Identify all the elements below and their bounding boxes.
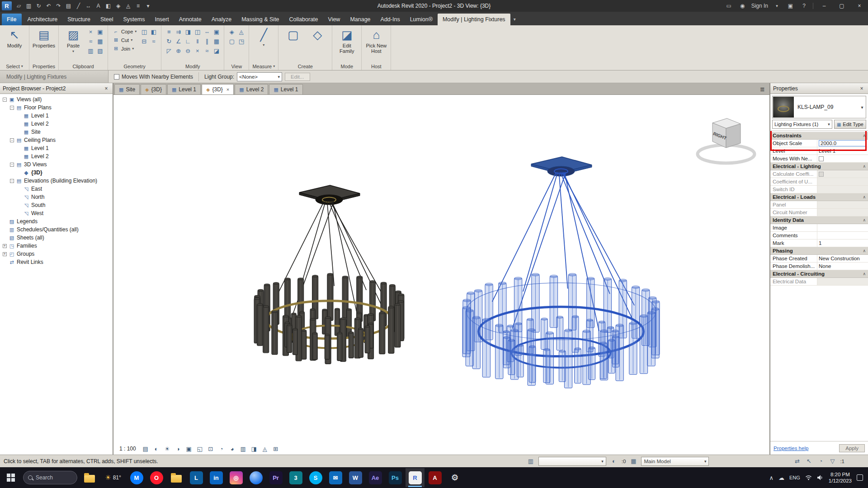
tree-item-ceiling-plans[interactable]: -▤Ceiling Plans	[0, 136, 113, 144]
instagram-taskbar-icon[interactable]: ◎	[226, 468, 245, 487]
copy-icon[interactable]: ▣	[212, 28, 221, 36]
paste-special-icon[interactable]: ▧	[96, 47, 104, 55]
pick-new-host-button[interactable]: ⌂Pick New Host	[365, 28, 387, 54]
tree-expander-icon[interactable]: +	[3, 244, 7, 248]
tab-architecture[interactable]: Architecture	[23, 14, 63, 25]
cope-button[interactable]: ⌐Cope▾	[111, 28, 138, 35]
displace-elements-icon[interactable]: ◳	[237, 37, 245, 46]
copy-icon[interactable]: ▣	[96, 28, 104, 36]
modify-button[interactable]: ↖Modify	[3, 28, 26, 48]
view-tab-level-1[interactable]: ▦Level 1	[269, 84, 302, 94]
collapse-chevron-icon[interactable]: ∧	[863, 133, 866, 138]
property-section-constraints[interactable]: Constraints∧	[770, 132, 868, 140]
default-3d-view-icon[interactable]: ◈	[227, 28, 236, 36]
revit-taskbar-icon[interactable]: R	[406, 468, 425, 487]
view-tab-level-2[interactable]: ▦Level 2	[235, 84, 268, 94]
match-type-icon[interactable]: ≈	[86, 37, 95, 46]
opera-taskbar-icon[interactable]: O	[147, 468, 166, 487]
show-constraints-icon[interactable]: ⊞	[272, 446, 279, 452]
object-scale-input[interactable]: 2000.0	[819, 140, 867, 146]
visual-style-icon[interactable]: ◐	[153, 446, 160, 452]
property-value-moves-with-ne[interactable]	[817, 155, 868, 162]
apply-button[interactable]: Apply	[839, 444, 865, 452]
folder-documents-taskbar-icon[interactable]	[167, 468, 186, 487]
notification-center-icon[interactable]	[857, 474, 863, 481]
offset-icon[interactable]: ⇉	[174, 28, 183, 36]
tree-item-families[interactable]: +◳Families	[0, 242, 113, 250]
user-icon[interactable]: ◉	[738, 1, 747, 10]
restore-button[interactable]: ▢	[835, 1, 849, 11]
language-indicator[interactable]: ENG	[789, 475, 800, 480]
view-scale-button[interactable]: 1 : 100	[117, 445, 138, 452]
text-icon[interactable]: A	[94, 1, 103, 10]
tree-expander-icon[interactable]: -	[3, 98, 7, 102]
tab-insert[interactable]: Insert	[150, 14, 174, 25]
shadows-icon[interactable]: ◑	[175, 446, 182, 452]
tab-file[interactable]: File	[2, 14, 22, 25]
chandelier-dark[interactable]	[254, 185, 404, 364]
help-icon[interactable]: ?	[799, 1, 809, 10]
property-value-object-scale[interactable]: 2000.0	[817, 140, 868, 147]
match-properties-icon[interactable]: ▦	[96, 37, 104, 46]
selection-box-icon[interactable]: ▢	[227, 37, 236, 46]
section-icon[interactable]: ◬	[237, 28, 245, 36]
insulation-icon[interactable]: ≈	[149, 37, 158, 46]
checkbox[interactable]	[114, 74, 119, 80]
tree-item-west[interactable]: ◹West	[0, 209, 113, 217]
close-icon[interactable]: ×	[226, 87, 229, 92]
show-crop-icon[interactable]: ◱	[196, 446, 203, 452]
move-icon[interactable]: ⇔	[203, 28, 211, 36]
properties-titlebar[interactable]: Properties ×	[770, 83, 868, 94]
mail-taskbar-icon[interactable]: ✉	[326, 468, 345, 487]
design-option-select[interactable]: Main Model▾	[641, 457, 709, 466]
property-value-mark[interactable]: 1	[817, 239, 868, 247]
messenger-taskbar-icon[interactable]: M	[127, 468, 146, 487]
tree-item-elevations-building-elevation[interactable]: -▤Elevations (Building Elevation)	[0, 177, 113, 185]
background-processes-icon[interactable]: ◔	[816, 458, 825, 465]
chrome-taskbar-icon[interactable]	[246, 468, 265, 487]
sign-in-button[interactable]: Sign In	[751, 3, 768, 9]
properties-help-link[interactable]: Properties help	[774, 446, 808, 451]
paste-aligned-icon[interactable]: ▥	[86, 47, 95, 55]
trim-extend-corner-icon[interactable]: ∠	[174, 37, 183, 46]
tree-item-south[interactable]: ◹South	[0, 201, 113, 209]
weather-taskbar-icon[interactable]: ☀81°	[100, 468, 126, 487]
cut-icon[interactable]: ×	[86, 28, 95, 36]
tree-item-site[interactable]: ▦Site	[0, 128, 113, 136]
property-section-electrical-lighting[interactable]: Electrical - Lighting∧	[770, 163, 868, 170]
chevron-down-icon[interactable]: ▾	[772, 1, 782, 10]
tab-manage[interactable]: Manage	[345, 14, 375, 25]
3ds-max-taskbar-icon[interactable]: 3	[286, 468, 305, 487]
redo-icon[interactable]: ↷	[54, 1, 63, 10]
thin-lines-icon[interactable]: ≡	[133, 1, 143, 10]
join-button[interactable]: ⊞Join▾	[111, 45, 138, 52]
tree-expander-icon[interactable]: +	[3, 252, 7, 256]
project-browser-titlebar[interactable]: Project Browser - Project2 ×	[0, 83, 113, 94]
revit-app-icon[interactable]: R	[2, 1, 12, 10]
default-3d-view-icon[interactable]: ◈	[113, 1, 123, 10]
property-section-phasing[interactable]: Phasing∧	[770, 247, 868, 255]
moves-with-nearby-checkbox[interactable]: Moves With Nearby Elements	[114, 74, 193, 80]
tree-item-views-all[interactable]: -▣Views (all)	[0, 95, 113, 103]
chevron-down-icon[interactable]: ▾	[859, 105, 866, 110]
lock-3d-icon[interactable]: ⊡	[207, 446, 214, 452]
wifi-icon[interactable]	[805, 475, 812, 480]
tree-expander-icon[interactable]: -	[10, 106, 14, 110]
unpin-icon[interactable]: ⊖	[184, 47, 192, 55]
workset-select[interactable]: ▾	[538, 457, 606, 466]
create-parts-icon[interactable]: ◪	[212, 47, 221, 55]
collapse-chevron-icon[interactable]: ∧	[863, 249, 866, 253]
chandelier-blue-selected[interactable]	[462, 157, 660, 388]
acrobat-taskbar-icon[interactable]: A	[425, 468, 444, 487]
section-icon[interactable]: ◬	[123, 1, 133, 10]
save-icon[interactable]: ▥	[24, 1, 33, 10]
property-value-level[interactable]: Level 1	[817, 147, 868, 155]
delete-icon[interactable]: ×	[193, 47, 202, 55]
edit-light-group-button[interactable]: Edit...	[285, 73, 310, 81]
split-element-icon[interactable]: ‖	[193, 37, 202, 46]
paint-icon[interactable]: ◧	[149, 28, 158, 36]
tree-expander-icon[interactable]: -	[10, 163, 14, 167]
tree-item-sheets-all[interactable]: ▧Sheets (all)	[0, 234, 113, 242]
drag-on-selection-icon[interactable]: ↖	[805, 458, 813, 465]
tab-collaborate[interactable]: Collaborate	[284, 14, 323, 25]
